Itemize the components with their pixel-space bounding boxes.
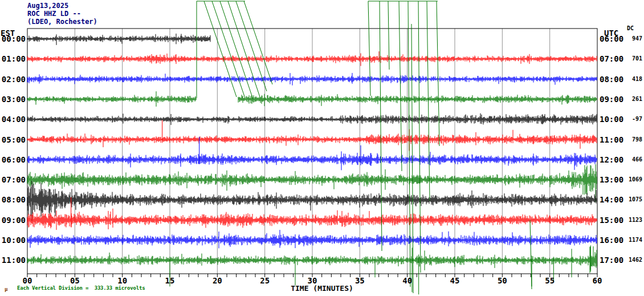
dc-offset-value: 466 [623, 156, 642, 163]
event-clip-line [220, 1, 253, 99]
header-date: Aug13,2025 [27, 2, 68, 10]
vertical-division-note: Each Vertical Division = 333.33 microvol… [17, 285, 145, 291]
utc-hour-label: 17:00 [600, 256, 623, 265]
event-clip-line [380, 1, 382, 251]
dc-offset-value: 1462 [623, 257, 642, 263]
utc-hour-label: 11:00 [600, 135, 623, 144]
dc-offset-value: 1069 [623, 176, 642, 183]
x-tick-label: 45 [450, 276, 460, 285]
dc-offset-value: 418 [623, 76, 642, 82]
x-tick-label: 40 [402, 276, 412, 285]
seismogram-plot [0, 0, 644, 296]
dc-offset-value: 1123 [623, 217, 642, 223]
utc-hour-label: 14:00 [600, 195, 623, 204]
header-station: ROC HHZ LD -- [27, 10, 81, 18]
event-clip-line [236, 1, 267, 91]
event-clip-line [204, 1, 237, 97]
x-tick-label: 50 [498, 276, 507, 285]
x-axis-title: TIME (MINUTES) [291, 284, 353, 293]
x-tick-label: 35 [355, 276, 365, 285]
x-tick-label: 10 [117, 276, 127, 285]
event-clip-line [427, 1, 430, 201]
dc-offset-value: -97 [623, 116, 642, 122]
header-location: (LDEO, Rochester) [27, 18, 97, 26]
x-tick-label: 25 [260, 276, 270, 285]
utc-hour-label: 09:00 [600, 95, 623, 104]
event-clip-line [228, 1, 260, 97]
dc-offset-value: 261 [623, 96, 642, 102]
event-clip-line [418, 1, 421, 273]
event-clip-line [399, 1, 402, 171]
utc-hour-label: 08:00 [600, 75, 623, 84]
event-clip-line [244, 1, 272, 84]
trace-row-00:00 [27, 34, 210, 45]
utc-hour-label: 16:00 [600, 236, 623, 245]
dc-offset-value: 1075 [623, 196, 642, 202]
event-clip-line [212, 1, 245, 98]
utc-hour-label: 12:00 [600, 155, 623, 164]
x-tick-label: 00 [23, 276, 32, 285]
est-hour-label: 07:00 [1, 175, 26, 184]
dc-column-header: DC [627, 25, 634, 31]
helicorder-page: Aug13,2025 ROC HHZ LD -- (LDEO, Rocheste… [0, 0, 644, 296]
utc-hour-label: 06:00 [600, 34, 623, 43]
x-tick-label: 05 [70, 276, 80, 285]
utc-hour-label: 13:00 [600, 175, 623, 184]
event-clip-line [437, 1, 439, 146]
est-hour-label: 00:00 [1, 34, 26, 43]
dc-offset-value: 798 [623, 136, 642, 143]
event-clip-line [408, 1, 410, 287]
est-hour-label: 10:00 [1, 236, 26, 245]
x-tick-label: 55 [545, 276, 555, 285]
x-tick-label: 60 [593, 276, 602, 285]
x-tick-label: 15 [165, 276, 175, 285]
est-hour-label: 04:00 [1, 115, 26, 124]
est-hour-label: 11:00 [1, 256, 26, 265]
est-hour-label: 02:00 [1, 75, 26, 84]
est-hour-label: 01:00 [1, 54, 26, 63]
est-hour-label: 06:00 [1, 155, 26, 164]
utc-hour-label: 15:00 [600, 216, 623, 225]
est-hour-label: 03:00 [1, 95, 26, 104]
est-hour-label: 08:00 [1, 195, 26, 204]
utc-hour-label: 10:00 [600, 115, 623, 124]
microvolt-mu-glyph: μ [5, 286, 7, 292]
est-hour-label: 09:00 [1, 216, 26, 225]
dc-offset-value: 701 [623, 55, 642, 62]
utc-hour-label: 07:00 [600, 54, 623, 63]
event-clip-line [530, 220, 532, 289]
est-hour-label: 05:00 [1, 135, 26, 144]
dc-offset-value: 947 [623, 35, 642, 42]
dc-offset-value: 1174 [623, 237, 642, 243]
x-tick-label: 20 [213, 276, 222, 285]
